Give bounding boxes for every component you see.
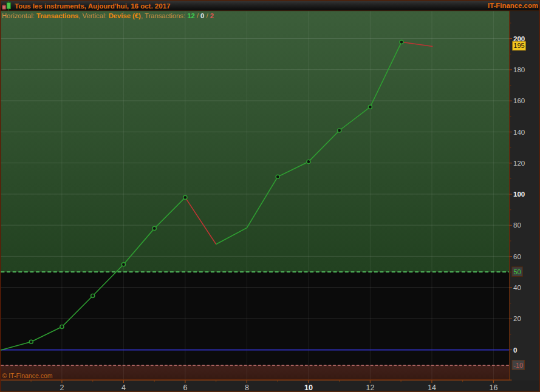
svg-text:Horizontal: Transactions, Vert: Horizontal: Transactions, Vertical: Devi… (2, 12, 214, 19)
svg-text:0: 0 (513, 346, 517, 354)
svg-text:10: 10 (304, 384, 313, 392)
svg-text:14: 14 (428, 384, 436, 392)
svg-text:160: 160 (513, 97, 525, 104)
svg-text:180: 180 (513, 66, 525, 73)
svg-text:-10: -10 (513, 362, 523, 369)
svg-text:6: 6 (183, 384, 187, 392)
svg-text:12: 12 (366, 384, 374, 392)
svg-text:2: 2 (60, 384, 64, 392)
svg-text:40: 40 (513, 284, 521, 291)
svg-text:140: 140 (513, 129, 525, 136)
svg-text:IT-Finance.com: IT-Finance.com (488, 2, 538, 9)
svg-text:80: 80 (513, 221, 521, 229)
svg-text:16: 16 (489, 384, 497, 392)
svg-text:60: 60 (513, 253, 521, 260)
svg-text:100: 100 (513, 191, 525, 198)
svg-text:50: 50 (513, 268, 521, 275)
svg-text:195: 195 (513, 42, 524, 49)
svg-text:8: 8 (245, 384, 249, 392)
svg-text:© IT-Finance.com: © IT-Finance.com (2, 372, 53, 379)
svg-text:Tous les instruments, Aujourd': Tous les instruments, Aujourd'hui, 16 oc… (15, 2, 170, 10)
svg-text:120: 120 (513, 160, 525, 167)
svg-text:4: 4 (121, 384, 126, 392)
svg-text:20: 20 (513, 315, 521, 322)
